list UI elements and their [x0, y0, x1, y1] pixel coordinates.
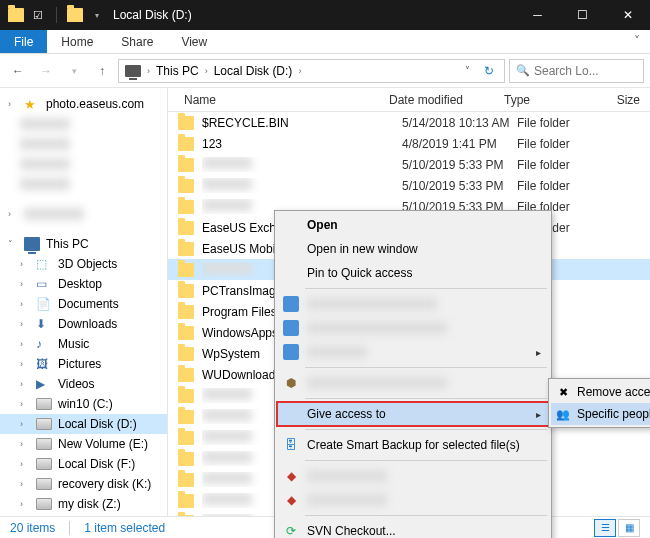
- back-button[interactable]: ←: [6, 59, 30, 83]
- ribbon-expand-icon[interactable]: ˅: [624, 30, 650, 53]
- folder-icon: [178, 368, 194, 382]
- ctx-item[interactable]: ▸: [277, 340, 549, 364]
- file-row[interactable]: 1234/8/2019 1:41 PMFile folder: [168, 133, 650, 154]
- sidebar-quick-access[interactable]: › ★ photo.easeus.com: [0, 94, 167, 114]
- chevron-right-icon[interactable]: ›: [145, 66, 152, 76]
- file-name-blurred: [202, 409, 252, 421]
- people-icon: 👥: [555, 406, 571, 422]
- ctx-item[interactable]: ⬢: [277, 371, 549, 395]
- refresh-icon[interactable]: ↻: [476, 64, 502, 78]
- remove-icon: ✖: [555, 384, 571, 400]
- folder-icon: [178, 305, 194, 319]
- ctx-item[interactable]: [277, 316, 549, 340]
- sidebar-item-downloads[interactable]: ›⬇Downloads: [0, 314, 167, 334]
- app-icon: [283, 296, 299, 312]
- sidebar-item-3d[interactable]: ›⬚3D Objects: [0, 254, 167, 274]
- ctx-give-access-to[interactable]: Give access to▸: [277, 402, 549, 426]
- pc-icon: [24, 237, 40, 251]
- file-row[interactable]: 5/10/2019 5:33 PMFile folder: [168, 154, 650, 175]
- tab-home[interactable]: Home: [47, 30, 107, 53]
- chevron-right-icon[interactable]: ›: [296, 66, 303, 76]
- up-button[interactable]: ↑: [90, 59, 114, 83]
- sidebar-item-pictures[interactable]: ›🖼Pictures: [0, 354, 167, 374]
- ctx-item[interactable]: ◆: [277, 464, 549, 488]
- search-icon: 🔍: [516, 64, 530, 77]
- sidebar: › ★ photo.easeus.com › ˅ This PC ›⬚3D Ob…: [0, 88, 168, 516]
- column-type[interactable]: Type: [498, 93, 568, 107]
- sidebar-item[interactable]: [0, 114, 167, 134]
- drive-icon: [36, 498, 52, 510]
- view-details-button[interactable]: ☰: [594, 519, 616, 537]
- folder-icon: [178, 326, 194, 340]
- file-row[interactable]: 5/10/2019 5:33 PMFile folder: [168, 175, 650, 196]
- minimize-button[interactable]: ─: [515, 0, 560, 30]
- column-date[interactable]: Date modified: [383, 93, 498, 107]
- sidebar-item[interactable]: [0, 174, 167, 194]
- folder-icon: [178, 494, 194, 508]
- sidebar-item-videos[interactable]: ›▶Videos: [0, 374, 167, 394]
- qat-dropdown-icon[interactable]: ▾: [89, 7, 105, 23]
- forward-button[interactable]: →: [34, 59, 58, 83]
- address-dropdown-icon[interactable]: ˅: [459, 65, 476, 76]
- tab-file[interactable]: File: [0, 30, 47, 53]
- file-row[interactable]: $RECYCLE.BIN5/14/2018 10:13 AMFile folde…: [168, 112, 650, 133]
- file-name-blurred: [202, 178, 252, 190]
- column-name[interactable]: Name: [178, 93, 383, 107]
- quick-access-toolbar: ☑ ▾: [0, 7, 105, 23]
- sidebar-item-drive-f[interactable]: ›Local Disk (F:): [0, 454, 167, 474]
- sidebar-item[interactable]: ›: [0, 204, 167, 224]
- ctx-item[interactable]: ◆: [277, 488, 549, 512]
- breadcrumb-root[interactable]: This PC: [152, 64, 203, 78]
- folder-icon: [178, 347, 194, 361]
- sidebar-item-drive-c[interactable]: ›win10 (C:): [0, 394, 167, 414]
- sidebar-item-music[interactable]: ›♪Music: [0, 334, 167, 354]
- ctx-open[interactable]: Open: [277, 213, 549, 237]
- ribbon: File Home Share View ˅: [0, 30, 650, 54]
- picture-icon: 🖼: [36, 357, 52, 371]
- tab-view[interactable]: View: [167, 30, 221, 53]
- sidebar-item-drive-z[interactable]: ›my disk (Z:): [0, 494, 167, 514]
- folder-icon: [178, 137, 194, 151]
- ctx-open-new-window[interactable]: Open in new window: [277, 237, 549, 261]
- context-menu: Open Open in new window Pin to Quick acc…: [274, 210, 552, 538]
- sidebar-item-drive-d[interactable]: ›Local Disk (D:): [0, 414, 167, 434]
- star-icon: ★: [24, 97, 40, 111]
- search-input[interactable]: 🔍 Search Lo...: [509, 59, 644, 83]
- sidebar-item-drive-k[interactable]: ›recovery disk (K:): [0, 474, 167, 494]
- status-selected: 1 item selected: [84, 521, 165, 535]
- ctx-create-smart-backup[interactable]: 🗄Create Smart Backup for selected file(s…: [277, 433, 549, 457]
- chevron-right-icon[interactable]: ›: [203, 66, 210, 76]
- recent-dropdown[interactable]: ▾: [62, 59, 86, 83]
- file-name-blurred: [202, 514, 252, 516]
- ctx-svn-checkout[interactable]: ⟳SVN Checkout...: [277, 519, 549, 538]
- folder-icon: [178, 389, 194, 403]
- sidebar-this-pc[interactable]: ˅ This PC: [0, 234, 167, 254]
- address-bar[interactable]: › This PC › Local Disk (D:) › ˅ ↻: [118, 59, 505, 83]
- folder-icon: [178, 452, 194, 466]
- chevron-down-icon[interactable]: ˅: [8, 239, 18, 249]
- ctx-item[interactable]: [277, 292, 549, 316]
- music-icon: ♪: [36, 337, 52, 351]
- chevron-down-icon[interactable]: ›: [8, 99, 18, 109]
- column-size[interactable]: Size: [568, 93, 650, 107]
- sidebar-item-desktop[interactable]: ›▭Desktop: [0, 274, 167, 294]
- view-icons-button[interactable]: ▦: [618, 519, 640, 537]
- ctx-pin-quick-access[interactable]: Pin to Quick access: [277, 261, 549, 285]
- cube-icon: ⬚: [36, 257, 52, 271]
- properties-icon[interactable]: ☑: [30, 7, 46, 23]
- tab-share[interactable]: Share: [107, 30, 167, 53]
- submenu-specific-people[interactable]: 👥Specific people...: [551, 403, 650, 425]
- close-button[interactable]: ✕: [605, 0, 650, 30]
- sidebar-item-documents[interactable]: ›📄Documents: [0, 294, 167, 314]
- file-name: $RECYCLE.BIN: [202, 116, 402, 130]
- breadcrumb-current[interactable]: Local Disk (D:): [210, 64, 297, 78]
- file-type: File folder: [517, 158, 587, 172]
- search-placeholder: Search Lo...: [534, 64, 599, 78]
- submenu-remove-access[interactable]: ✖Remove access: [551, 381, 650, 403]
- sidebar-item[interactable]: [0, 154, 167, 174]
- sidebar-item[interactable]: [0, 134, 167, 154]
- file-date: 5/10/2019 5:33 PM: [402, 158, 517, 172]
- maximize-button[interactable]: ☐: [560, 0, 605, 30]
- navbar: ← → ▾ ↑ › This PC › Local Disk (D:) › ˅ …: [0, 54, 650, 88]
- sidebar-item-drive-e[interactable]: ›New Volume (E:): [0, 434, 167, 454]
